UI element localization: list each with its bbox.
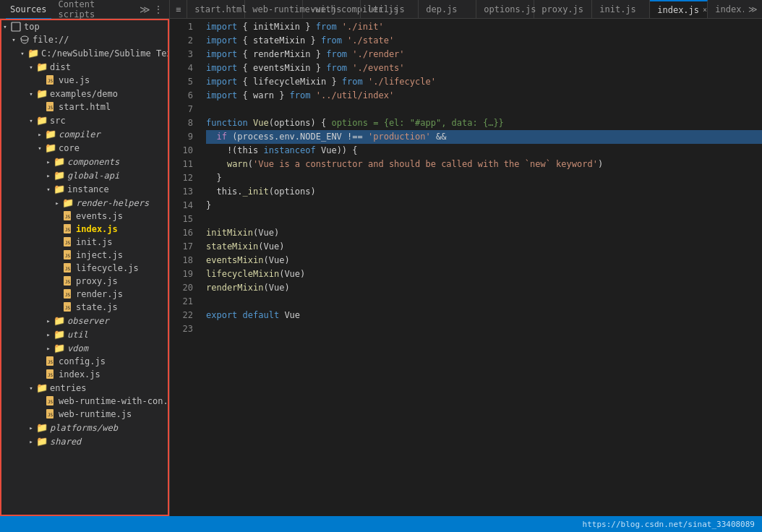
editor-tab-dep.js[interactable]: dep.js — [419, 0, 476, 18]
code-token: from — [326, 48, 347, 61]
tree-item-top[interactable]: ▾top — [0, 20, 169, 33]
tree-item-platforms[interactable]: ▸📁platforms/web — [0, 421, 169, 434]
tree-label: vue.js — [59, 75, 90, 85]
code-token: { stateMixin } — [237, 34, 321, 48]
code-line-7 — [206, 103, 762, 116]
tab-content-scripts[interactable]: Content scripts — [54, 0, 137, 19]
tree-label: compiler — [59, 129, 100, 140]
tree-item-init.js-tree[interactable]: JSinit.js — [0, 236, 169, 249]
tree-item-src[interactable]: ▾📁src — [0, 113, 169, 127]
editor-tab-util.js[interactable]: util.js — [361, 0, 419, 18]
editor-tab-init.js[interactable]: init.js — [592, 0, 650, 18]
line-number-19: 19 — [170, 267, 193, 281]
tree-item-vdom[interactable]: ▸📁vdom — [0, 341, 169, 355]
tree-item-index.js-src[interactable]: JSindex.js — [0, 368, 169, 381]
tree-item-entries[interactable]: ▾📁entries — [0, 381, 169, 395]
code-line-23 — [206, 322, 762, 336]
tree-label: entries — [50, 383, 87, 393]
line-number-7: 7 — [170, 103, 193, 116]
tree-label: lifecycle.js — [76, 263, 139, 273]
code-line-9: if (process.env.NODE_ENV !== 'production… — [206, 130, 762, 144]
tree-item-render.js[interactable]: JSrender.js — [0, 288, 169, 301]
svg-rect-0 — [12, 22, 20, 31]
code-token: (Vue) — [258, 240, 284, 254]
tree-label: file:// — [33, 35, 69, 45]
tree-item-state.js[interactable]: JSstate.js — [0, 301, 169, 314]
line-number-23: 23 — [170, 322, 193, 336]
file-tree[interactable]: ▾top▾file://▾📁C:/newSublime/Sublime Text… — [0, 19, 169, 516]
editor-tab-proxy.js[interactable]: proxy.js — [534, 0, 592, 18]
code-token — [237, 309, 242, 322]
menu-icon[interactable]: ⋮ — [153, 4, 163, 15]
editor-tabs-more[interactable]: ≫ — [744, 0, 762, 18]
code-token: (Vue) — [253, 226, 279, 240]
code-token: import — [206, 48, 237, 61]
editor-tab-label: proxy.js — [541, 4, 583, 14]
tree-item-sublime[interactable]: ▾📁C:/newSublime/Sublime Text — [0, 46, 169, 60]
code-token: (options) — [269, 185, 316, 199]
tree-arrow-icon: ▾ — [43, 186, 53, 193]
line-number-6: 6 — [170, 89, 193, 103]
tree-item-config.js[interactable]: JSconfig.js — [0, 355, 169, 368]
code-line-17: stateMixin(Vue) — [206, 240, 762, 254]
tree-item-core[interactable]: ▾📁core — [0, 141, 169, 155]
tree-item-global-api[interactable]: ▸📁global-api — [0, 168, 169, 182]
tree-item-starthtml[interactable]: JSstart.html — [0, 100, 169, 113]
svg-point-1 — [21, 36, 28, 40]
code-container[interactable]: 1234567891011121314151617181920212223imp… — [170, 19, 762, 516]
editor-area: 1234567891011121314151617181920212223imp… — [170, 19, 762, 516]
tree-item-instance[interactable]: ▾📁instance — [0, 182, 169, 196]
tree-item-render-helpers[interactable]: ▸📁render-helpers — [0, 196, 169, 210]
line-number-22: 22 — [170, 309, 193, 322]
code-line-16: initMixin(Vue) — [206, 226, 762, 240]
editor-tab-web-runtime-with-compiler.js[interactable]: web-runtime-with-compiler.js — [245, 0, 303, 18]
editor-tab-options.js[interactable]: options.js — [476, 0, 534, 18]
tree-item-events.js[interactable]: JSevents.js — [0, 210, 169, 223]
editor-tab-index.js-2[interactable]: index.js — [708, 0, 744, 18]
code-token: from — [326, 61, 347, 75]
svg-text:JS: JS — [65, 292, 71, 297]
tree-item-util[interactable]: ▸📁util — [0, 327, 169, 341]
more-icon[interactable]: ≫ — [140, 4, 150, 15]
code-line-10: !(this instanceof Vue)) { — [206, 144, 762, 158]
line-number-13: 13 — [170, 185, 193, 199]
tree-item-shared[interactable]: ▸📁shared — [0, 434, 169, 448]
tree-item-file[interactable]: ▾file:// — [0, 33, 169, 46]
tree-item-index.js-active[interactable]: JSindex.js — [0, 223, 169, 236]
line-number-12: 12 — [170, 171, 193, 185]
tree-arrow-icon: ▾ — [35, 145, 45, 152]
tree-item-dist[interactable]: ▾📁dist — [0, 60, 169, 74]
tree-label: src — [50, 116, 66, 126]
tree-item-examples[interactable]: ▾📁examples/demo — [0, 87, 169, 100]
editor-tab-index.js-1[interactable]: index.js× — [650, 0, 708, 18]
status-url: https://blog.csdn.net/sinat_33408089 — [583, 520, 755, 529]
editor-tab-start.html[interactable]: start.html — [187, 0, 245, 18]
main-layout: ▾top▾file://▾📁C:/newSublime/Sublime Text… — [0, 19, 762, 516]
tree-label: util — [67, 330, 88, 340]
tree-item-lifecycle.js[interactable]: JSlifecycle.js — [0, 262, 169, 275]
tree-item-compiler[interactable]: ▸📁compiler — [0, 127, 169, 141]
line-number-16: 16 — [170, 226, 193, 240]
tree-item-components[interactable]: ▸📁components — [0, 155, 169, 168]
code-line-1: import { initMixin } from './init' — [206, 20, 762, 34]
code-token: from — [321, 34, 342, 48]
code-token: } — [206, 199, 211, 213]
code-token: !(this — [206, 144, 263, 158]
tree-arrow-icon: ▸ — [43, 172, 53, 179]
tree-item-proxy.js-tree[interactable]: JSproxy.js — [0, 275, 169, 288]
code-line-14: } — [206, 199, 762, 213]
editor-tab-label: start.html — [194, 4, 247, 14]
tab-sources[interactable]: Sources — [6, 0, 51, 19]
tab-close-icon[interactable]: × — [703, 6, 707, 14]
editor-sidebar-button[interactable]: ≡ — [170, 0, 187, 18]
code-token — [206, 158, 227, 171]
tree-item-web-runtime-with-con[interactable]: JSweb-runtime-with-con... — [0, 395, 169, 408]
code-token — [248, 116, 253, 130]
code-token: export — [206, 309, 237, 322]
tree-label: C:/newSublime/Sublime Text — [41, 48, 169, 59]
tree-item-vuejs[interactable]: JSvue.js — [0, 74, 169, 87]
tree-item-web-runtime.js[interactable]: JSweb-runtime.js — [0, 408, 169, 421]
tree-item-inject.js[interactable]: JSinject.js — [0, 249, 169, 262]
tree-item-observer[interactable]: ▸📁observer — [0, 314, 169, 327]
editor-tab-vue.js[interactable]: vue.js — [303, 0, 361, 18]
